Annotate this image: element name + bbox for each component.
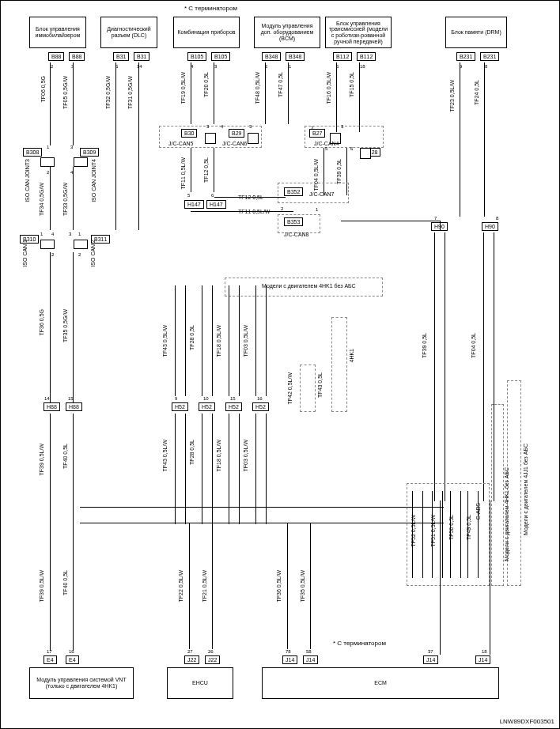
- wire-tf12a: TF12 0,5L: [203, 157, 209, 183]
- pin: 16: [69, 649, 74, 654]
- pin: 2: [311, 126, 313, 130]
- pin: 8: [496, 216, 498, 221]
- conn-b231a: B231: [456, 52, 475, 61]
- wire-tf21: TF21 0,5L/W: [202, 570, 207, 602]
- wire-tf04r: TF04 0,5L: [471, 333, 476, 358]
- module-immo: Блок управления иммобилайзером: [29, 17, 86, 48]
- wire-tf43a: TF43 0,5L/W: [162, 325, 168, 357]
- jccan6-lbl: J/C-CAN6: [222, 141, 248, 146]
- pin: 2: [281, 206, 283, 211]
- pin: 6: [350, 146, 353, 151]
- conn-j14c: J14: [423, 655, 438, 664]
- wire-tf40-2: TF40 0,5L: [62, 570, 68, 595]
- pin: 6: [211, 193, 214, 198]
- conn-h52a: H52: [172, 402, 188, 411]
- pin: 3: [341, 124, 343, 129]
- jccan8-lbl: J/C-CAN8: [284, 232, 309, 237]
- wire-tf43b: TF43 0,5L/W: [162, 440, 168, 471]
- pin: 18: [360, 64, 365, 69]
- pin: 3: [214, 64, 217, 69]
- wire-tf39: TF39 0,5L/W: [39, 444, 44, 475]
- pin: 14: [44, 396, 50, 401]
- conn-b348b: B348: [286, 52, 305, 61]
- conn-b353: B353: [284, 217, 303, 226]
- module-vnt: Модуль управления системой VNT (только с…: [29, 667, 134, 699]
- wire-tf33: TF33 0,5G/W: [62, 183, 68, 216]
- pin: 2: [78, 252, 81, 257]
- pin: 27: [187, 649, 193, 654]
- module-ecm: ECM: [262, 667, 499, 699]
- jccan7-lbl: J/C-CAN7: [309, 191, 335, 197]
- pin: 16: [257, 396, 263, 401]
- conn-e4b: E4: [66, 655, 79, 664]
- isoj4-lbl: ISO CAN JOINT4: [91, 159, 96, 202]
- conn-h147b: H147: [206, 200, 226, 209]
- wire-tf06: TF06 0,5G: [40, 76, 46, 102]
- conn-b105a: B105: [187, 52, 206, 61]
- wire-tf49: TF49 0,5L: [466, 515, 471, 540]
- conn-j22b: J22: [205, 655, 220, 664]
- conn-b309: B309: [80, 148, 99, 157]
- wire-tf03b: TF03 0,5L/W: [243, 440, 248, 471]
- wire-tf24: TF24 0,5L: [474, 80, 479, 105]
- conn-b31a: B31: [113, 52, 129, 61]
- wire-tf11a: TF11 0,5L/W: [180, 157, 186, 189]
- wire-tf28b: TF28 0,5L: [189, 440, 195, 465]
- pin: 4: [51, 232, 54, 236]
- isocan1-lbl: ISO CAN 1: [22, 240, 28, 267]
- module-ehcu: EHCU: [167, 667, 233, 699]
- jc4-dot2: [360, 148, 371, 159]
- pin: 3: [249, 124, 252, 129]
- wire-tf39b: TF39 0,5L: [336, 159, 342, 184]
- joint4-dot: [74, 157, 88, 167]
- wire-tf23: TF23 0,5L/W: [449, 80, 455, 111]
- pin: 15: [230, 396, 236, 401]
- conn-j14b: J14: [303, 655, 318, 664]
- wire-tf35: TF35 0,5G/W: [62, 309, 68, 342]
- header-note: * С терминатором: [184, 5, 237, 12]
- wire-tf34: TF34 0,5G/W: [39, 183, 44, 216]
- wire-tf19: TF19 0,5L/W: [180, 72, 186, 104]
- conn-h90b: H90: [482, 222, 498, 231]
- jccan5-lbl: J/C-CAN5: [168, 141, 194, 146]
- wire-tf31: TF31 0,5G/W: [127, 76, 133, 109]
- conn-b105b: B105: [211, 52, 230, 61]
- wire-tf32: TF32 0,5G/W: [105, 76, 111, 109]
- pin: 5: [187, 193, 190, 198]
- wire-tf03a: TF03 0,5L/W: [243, 325, 248, 357]
- wire-tf50: TF50 0,5L: [448, 515, 454, 540]
- wire-tf22: TF22 0,5L/W: [178, 570, 184, 602]
- conn-h52c: H52: [225, 402, 242, 411]
- wire-tf48: TF48 0,5L/W: [255, 72, 260, 104]
- conn-b231b: B231: [480, 52, 499, 61]
- conn-b31b: B31: [134, 52, 149, 61]
- isocan2-lbl: ISO CAN 2: [90, 240, 96, 267]
- wire-tf39-2: TF39 0,5L/W: [39, 570, 44, 602]
- note-4hk1-1: Модели с двигателем 4HK1 без АБС: [262, 283, 356, 289]
- pin: 58: [306, 649, 312, 654]
- module-bcm: Модуль управления доп. оборудованием (BC…: [254, 17, 320, 48]
- wire-tf18b: TF18 0,5L/W: [216, 440, 221, 471]
- wire-tf15: TF15 0,5L: [349, 72, 354, 97]
- pin: 9: [175, 396, 177, 401]
- pin: 3: [206, 124, 209, 129]
- wire-tf47: TF47 0,5L: [278, 72, 283, 97]
- pin: 78: [286, 649, 291, 654]
- wire-tf36b: TF36 0,5L/W: [276, 570, 282, 602]
- conn-h88b: H88: [66, 402, 82, 411]
- conn-e4a: E4: [44, 655, 57, 664]
- pin: 17: [47, 649, 52, 654]
- wire-tf05: TF05 0,5G/W: [62, 76, 68, 109]
- module-diag: Диагностический разъем (DLC): [100, 17, 157, 48]
- wire-tf40: TF40 0,5L: [62, 444, 68, 469]
- isocan2-dot: [74, 240, 88, 249]
- pin: 3: [70, 145, 73, 149]
- jc6-dot: [248, 133, 259, 144]
- wire-tf20: TF20 0,5L: [203, 72, 209, 97]
- pin: 15: [68, 396, 74, 401]
- wire-tf52: TF52 0,5L/W: [411, 515, 416, 546]
- pin: 26: [208, 649, 214, 654]
- conn-j14d: J14: [475, 655, 490, 664]
- conn-h52d: H52: [252, 402, 269, 411]
- pin: 1: [316, 207, 318, 212]
